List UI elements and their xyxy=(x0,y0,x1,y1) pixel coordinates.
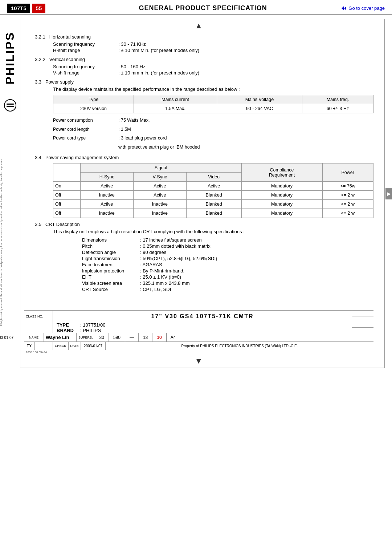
section-34: 3.4 Power saving management system Signa… xyxy=(24,155,373,218)
spec-row: Scanning frequency : 50 - 160 Hz xyxy=(53,64,373,69)
crt-row: Light transmission : 50%(CPT), 52.8%(LG)… xyxy=(82,256,373,261)
video-header: Video xyxy=(186,173,241,182)
brand-row: BRAND : PHILIPS xyxy=(57,328,348,333)
size-label: A4 xyxy=(167,333,180,341)
left-sidebar: PHILIPS All rights strictly reserved. Re… xyxy=(0,17,20,370)
table-row: Off Inactive Inactive Blanked Mandatory … xyxy=(53,209,373,218)
section-34-heading: 3.4 Power saving management system xyxy=(35,155,373,160)
check-label: CHECK xyxy=(53,342,69,350)
table-cell: Active xyxy=(133,191,186,200)
table-cell: Active xyxy=(80,200,133,209)
type-row: TYPE : 107T51/00 xyxy=(57,322,348,328)
table-cell: <= 2 w xyxy=(322,209,373,218)
page-badge: 55 xyxy=(32,4,46,13)
num5: 10 xyxy=(152,333,166,341)
supers-label: SUPERS. xyxy=(77,333,95,341)
nav-arrow-down[interactable]: ▼ xyxy=(24,356,373,366)
table-cell: Inactive xyxy=(133,200,186,209)
num4: 13 xyxy=(139,333,152,341)
go-to-cover-button[interactable]: ⏮ Go to cover page xyxy=(340,4,385,12)
power-mgmt-table: Signal ComplianceRequirement Power H-Syn… xyxy=(53,163,373,218)
section-322-num: 3.2.2 xyxy=(35,57,45,62)
table-cell: Inactive xyxy=(133,209,186,218)
spec-value: : 75 Watts Max. xyxy=(118,116,373,125)
crt-label: Visible screen area xyxy=(82,280,140,286)
spec-row: H-shift range : ± 10 mm Min. (for preset… xyxy=(53,48,373,53)
table-cell: Blanked xyxy=(186,209,241,218)
svg-rect-2 xyxy=(7,106,14,107)
section-322: 3.2.2 Vertical scanning Scanning frequen… xyxy=(24,57,373,76)
table-cell: Active xyxy=(80,182,133,191)
crt-row: Pitch : 0.25mm dotted with black matrix xyxy=(82,243,373,249)
crt-label: Deflection angle xyxy=(82,250,140,255)
header-nav-left: 107T5 55 xyxy=(7,4,65,13)
table-cell: On xyxy=(53,182,81,191)
section-33-title: Power supply xyxy=(45,79,74,85)
footer-row1: CLASS NO. 17" V30 GS4 107T5-71K CMTR xyxy=(24,311,373,322)
crt-label: EHT xyxy=(82,274,140,280)
brand-text: PHILIPS xyxy=(3,32,17,84)
spec-label: Power consumption xyxy=(53,116,118,125)
crt-value: : By P-Mini-rim-band. xyxy=(140,268,373,274)
spec-value: : 3 lead plug power cord xyxy=(118,134,373,142)
table-cell: Active xyxy=(133,182,186,191)
main-content: ▲ 3.2.1 Horizontal scanning Scanning fre… xyxy=(20,19,385,368)
page-header: 107T5 55 GENERAL PRODUCT SPECIFICATION ⏮… xyxy=(0,0,392,15)
date-value: 2003-01-07 xyxy=(81,342,106,350)
spec-value: : ± 10 mm Min. (for preset modes only) xyxy=(118,48,373,53)
nav-arrow-up[interactable]: ▲ xyxy=(24,21,373,31)
doc-number: 2838 100 05424 xyxy=(24,350,373,355)
table-header: Mains Voltage xyxy=(217,95,302,104)
table-cell: Blanked xyxy=(186,200,241,209)
table-cell: Blanked xyxy=(186,191,241,200)
table-row: 230V version 1.5A Max. 90 - 264 VAC 60 +… xyxy=(53,104,373,113)
crt-row: Face treatment : AGARAS xyxy=(82,262,373,267)
spec-row: with protective earth plug or IBM hooded xyxy=(53,143,373,151)
section-34-title: Power saving management system xyxy=(45,155,119,160)
crt-row: EHT : 25.0 ± 1 KV (Ib=0) xyxy=(82,274,373,280)
num1: 30 xyxy=(95,333,109,341)
spec-value: with protective earth plug or IBM hooded xyxy=(118,143,373,151)
power-supply-table: Type Mains current Mains Voltage Mains f… xyxy=(53,95,373,113)
crt-label: Face treatment xyxy=(82,262,140,267)
footer-row2: TYPE : 107T51/00 BRAND : PHILIPS xyxy=(24,322,373,333)
ty-label: TY xyxy=(24,342,35,350)
spec-row: Power cord length : 1.5M xyxy=(53,125,373,134)
table-cell: Inactive xyxy=(80,191,133,200)
spec-row: V-shift range : ± 10 mm min. (for preset… xyxy=(53,70,373,76)
table-cell: Off xyxy=(53,209,81,218)
section-33-heading: 3.3 Power supply xyxy=(35,79,373,85)
table-row: On Active Active Active Mandatory <= 75w xyxy=(53,182,373,191)
section-35-intro: This display unit employs a high resolut… xyxy=(53,229,373,234)
table-row: Off Inactive Active Blanked Mandatory <=… xyxy=(53,191,373,200)
section-321-content: Scanning frequency : 30 - 71 KHz H-shift… xyxy=(53,41,373,53)
table-header: Mains freq. xyxy=(302,95,373,104)
date-label: DATE xyxy=(69,342,81,350)
section-33-content: The display device maintains the specifi… xyxy=(53,86,373,151)
table-cell: 60 +/- 3 Hz xyxy=(302,104,373,113)
crt-label: Light transmission xyxy=(82,256,140,261)
signal-header: Signal xyxy=(80,163,241,173)
type-label: TYPE xyxy=(57,322,77,328)
crt-label: Dimensions xyxy=(82,237,140,243)
table-cell: <= 2 w xyxy=(322,191,373,200)
crt-value: : 90 degrees xyxy=(140,250,373,255)
num3: — xyxy=(125,333,139,341)
model-badge: 107T5 xyxy=(7,4,30,13)
section-321-title: Horizontal scanning xyxy=(49,34,91,40)
footer-numbers: 30 590 — 13 10 A4 xyxy=(95,333,180,341)
spec-row: Power consumption : 75 Watts Max. xyxy=(53,116,373,125)
copyright-text: All rights strictly reserved. Reproducti… xyxy=(0,158,5,326)
vsync-header: V-Sync xyxy=(133,173,186,182)
section-35-num: 3.5 xyxy=(35,222,41,227)
scroll-right-arrow[interactable]: ▶ xyxy=(385,188,392,199)
table-header: Mains current xyxy=(134,95,217,104)
crt-row: Dimensions : 17 inches flat/square scree… xyxy=(82,237,373,243)
table-cell: Off xyxy=(53,200,81,209)
crt-specs: Dimensions : 17 inches flat/square scree… xyxy=(82,237,373,292)
section-35-heading: 3.5 CRT Description xyxy=(35,222,373,227)
logo-icon xyxy=(4,99,17,114)
crt-value: : 50%(CPT), 52.8%(LG), 52.6%(SDI) xyxy=(140,256,373,261)
name-label: NAME xyxy=(24,333,44,341)
page-body: PHILIPS All rights strictly reserved. Re… xyxy=(0,17,392,370)
